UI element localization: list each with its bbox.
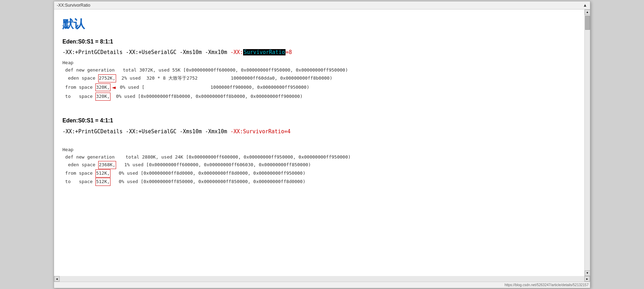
to-prefix-1: to space 320K, 0% used [0x00000000ff8b00… — [62, 94, 303, 99]
title-bar: -XX:SurvivorRatio ▲ — [54, 1, 590, 9]
main-window: -XX:SurvivorRatio ▲ 默认 Eden:S0:S1 = 8:1:… — [54, 1, 590, 288]
eden-prefix-2: eden space 2368K, 1% used [0x00000000ff6… — [62, 162, 311, 167]
main-content: 默认 Eden:S0:S1 = 8:1:1 -XX:+PrintGCDetail… — [54, 9, 584, 276]
from-prefix-2: from space 512K, 0% used [0x00000000ff8d… — [62, 170, 306, 176]
eden-size-box-2: 2368K, — [98, 161, 116, 169]
scroll-h-track[interactable] — [60, 276, 584, 282]
status-bar: https://blog.csdn.net/5263247/article/de… — [54, 282, 590, 288]
title-text: -XX:SurvivorRatio — [57, 3, 90, 8]
cmd-prefix-1: -XX:+PrintGCDetails -XX:+UseSerialGC -Xm… — [62, 49, 230, 55]
eden-annotation-1: 320 * 8 大致等于2752 — [146, 75, 197, 81]
to-size-box-1: 320K, — [95, 93, 110, 101]
section1-cmd: -XX:+PrintGCDetails -XX:+UseSerialGC -Xm… — [62, 48, 576, 56]
def-new-gen-2: def new generation total 2880K, used 24K… — [62, 154, 576, 161]
from-row-1: from space 320K, ◄ 0% used [ 1000000ff90… — [62, 82, 576, 93]
from-prefix-1: from space 320K, — [62, 83, 110, 92]
red-arrow-icon: ◄ — [112, 82, 116, 93]
cmd-highlight-1: SurvivorRatio — [243, 49, 286, 55]
cmd-prefix-2: -XX:+PrintGCDetails -XX:+UseSerialGC -Xm… — [62, 128, 230, 135]
eden-size-box-1: 2752K, — [98, 74, 116, 82]
cmd-red-2: -XX:SurvivorRatio=4 — [230, 128, 291, 135]
heap-block-2: Heap def new generation total 2880K, use… — [62, 146, 576, 186]
scroll-up-button[interactable]: ▲ — [585, 9, 590, 15]
section2-cmd: -XX:+PrintGCDetails -XX:+UseSerialGC -Xm… — [62, 127, 576, 136]
heap-label-2: Heap — [62, 146, 576, 154]
vertical-scrollbar[interactable]: ▲ ▼ — [584, 9, 590, 276]
scroll-down-button[interactable]: ▼ — [585, 270, 590, 276]
eden-end-1: 10000000ff60dda0, 0x00000000ff8b0000) — [201, 75, 333, 81]
scroll-thumb[interactable] — [585, 16, 590, 30]
scroll-left-button[interactable]: ◄ — [54, 276, 60, 282]
to-size-box-2: 512K, — [95, 178, 110, 186]
gap-2 — [62, 139, 576, 143]
cmd-red-1: -XX: — [230, 49, 243, 55]
eden-prefix-1: eden space 2752K, 2% used — [62, 75, 143, 81]
horizontal-scrollbar[interactable]: ◄ ► — [54, 276, 590, 282]
to-row-2: to space 512K, 0% used [0x00000000ff8500… — [62, 177, 576, 186]
from-size-box-2: 512K, — [95, 169, 110, 177]
from-row-2: from space 512K, 0% used [0x00000000ff8d… — [62, 169, 576, 177]
section2: Eden:S0:S1 = 4:1:1 -XX:+PrintGCDetails -… — [62, 116, 576, 186]
scroll-up-btn[interactable]: ▲ — [583, 3, 587, 8]
heap-block-1: Heap def new generation total 3072K, use… — [62, 59, 576, 101]
def-new-gen-1: def new generation total 3072K, used 55K… — [62, 67, 576, 74]
from-size-box-1: 320K, — [95, 83, 110, 92]
cmd-suffix-1: =8 — [286, 49, 292, 55]
section1-eden-ratio: Eden:S0:S1 = 8:1:1 — [62, 37, 576, 46]
heap-label-1: Heap — [62, 59, 576, 67]
chinese-title: 默认 — [62, 15, 576, 33]
scroll-track[interactable] — [585, 15, 590, 270]
status-url: https://blog.csdn.net/5263247/article/de… — [504, 283, 589, 287]
eden-row-2: eden space 2368K, 1% used [0x00000000ff6… — [62, 161, 576, 169]
section1: Eden:S0:S1 = 8:1:1 -XX:+PrintGCDetails -… — [62, 37, 576, 101]
to-row-1: to space 320K, 0% used [0x00000000ff8b00… — [62, 92, 576, 101]
gap-1 — [62, 106, 576, 116]
to-prefix-2: to space 512K, 0% used [0x00000000ff8500… — [62, 179, 306, 184]
content-area: 默认 Eden:S0:S1 = 8:1:1 -XX:+PrintGCDetail… — [54, 9, 590, 276]
scroll-right-button[interactable]: ► — [584, 276, 590, 282]
from-end-1: 0% used [ 1000000ff900000, 0x00000000ff9… — [117, 84, 309, 91]
eden-row-1: eden space 2752K, 2% used 320 * 8 大致等于27… — [62, 74, 576, 82]
section2-eden-ratio: Eden:S0:S1 = 4:1:1 — [62, 116, 576, 125]
